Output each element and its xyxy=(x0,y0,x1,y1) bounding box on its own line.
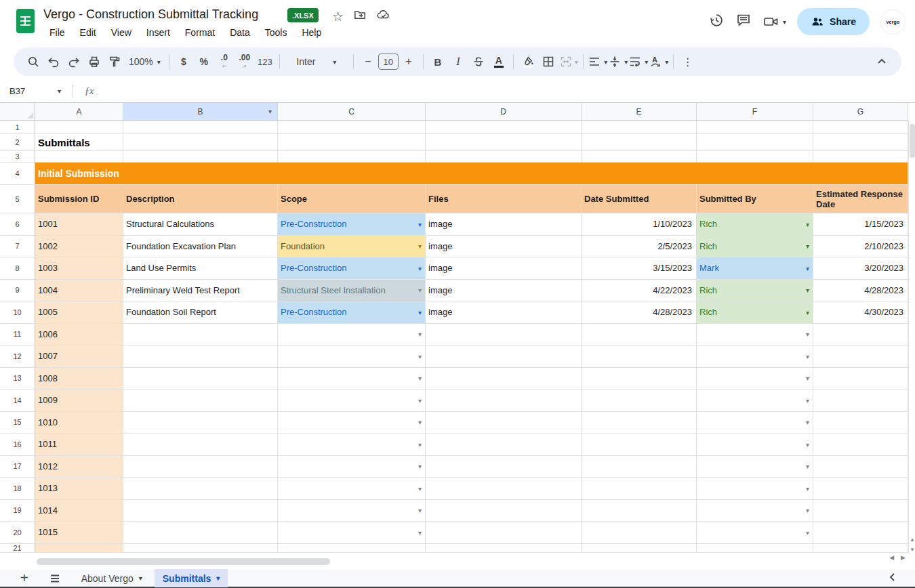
row-header-6[interactable]: 6 xyxy=(0,213,35,236)
date-submitted-cell[interactable] xyxy=(582,412,697,434)
borders-button[interactable] xyxy=(538,51,558,72)
star-icon[interactable]: ☆ xyxy=(332,9,344,24)
files-cell[interactable] xyxy=(426,390,582,412)
submission-id-cell[interactable]: 1003 xyxy=(35,257,123,280)
date-submitted-cell[interactable]: 4/22/2023 xyxy=(582,280,697,302)
row-header-14[interactable]: 14 xyxy=(0,390,35,412)
empty-cell[interactable] xyxy=(582,134,697,151)
dropdown-caret-icon[interactable]: ▾ xyxy=(418,352,422,360)
row-header-2[interactable]: 2 xyxy=(0,134,35,151)
dropdown-caret-icon[interactable]: ▾ xyxy=(418,507,422,514)
hide-menus-button[interactable] xyxy=(872,51,892,72)
empty-cell[interactable] xyxy=(278,134,426,151)
scope-dropdown-cell[interactable]: Pre-Construction▾ xyxy=(278,301,426,324)
scroll-up-icon[interactable]: ▲ xyxy=(910,537,915,543)
submission-id-cell[interactable]: 1014 xyxy=(35,500,123,522)
submission-id-cell[interactable]: 1002 xyxy=(35,236,123,258)
date-submitted-cell[interactable]: 1/10/2023 xyxy=(582,213,697,236)
date-submitted-cell[interactable] xyxy=(582,478,697,500)
horizontal-scrollbar-thumb[interactable] xyxy=(37,558,330,565)
date-submitted-cell[interactable] xyxy=(582,368,697,390)
dropdown-caret-icon[interactable]: ▾ xyxy=(418,331,422,338)
files-cell[interactable] xyxy=(426,434,582,456)
dropdown-caret-icon[interactable]: ▾ xyxy=(418,264,422,272)
select-all-corner[interactable] xyxy=(0,103,35,121)
increase-font-size-button[interactable]: + xyxy=(399,51,419,72)
merge-cells-button[interactable]: ▾ xyxy=(558,51,579,72)
dropdown-caret-icon[interactable]: ▾ xyxy=(806,419,809,426)
row-header-16[interactable]: 16 xyxy=(0,434,35,456)
estimated-response-cell[interactable]: 4/30/2023 xyxy=(813,301,908,324)
files-cell[interactable] xyxy=(426,522,582,544)
dropdown-caret-icon[interactable]: ▾ xyxy=(806,484,809,492)
files-cell[interactable]: image xyxy=(426,236,582,258)
font-select[interactable]: Inter ▾ xyxy=(284,51,349,72)
submission-id-cell[interactable]: 1011 xyxy=(35,434,123,456)
tab-about-vergo[interactable]: About Vergo▾ xyxy=(73,569,150,587)
estimated-response-cell[interactable]: 4/28/2023 xyxy=(813,280,908,302)
empty-cell[interactable] xyxy=(813,121,908,134)
dropdown-caret-icon[interactable]: ▾ xyxy=(806,287,809,294)
submitted-by-dropdown-cell[interactable]: ▾ xyxy=(697,368,813,390)
submission-id-cell[interactable]: 1004 xyxy=(35,280,123,302)
description-cell[interactable] xyxy=(123,324,278,346)
description-cell[interactable] xyxy=(123,390,278,412)
empty-cell[interactable] xyxy=(426,151,582,163)
dropdown-caret-icon[interactable]: ▾ xyxy=(806,463,809,470)
undo-icon[interactable] xyxy=(43,51,64,72)
empty-cell[interactable] xyxy=(278,121,426,134)
scope-dropdown-cell[interactable]: ▾ xyxy=(278,478,426,500)
submission-id-cell[interactable]: 1001 xyxy=(35,213,123,236)
submission-id-cell[interactable]: 1015 xyxy=(35,522,123,544)
move-folder-icon[interactable] xyxy=(353,8,367,24)
submitted-by-dropdown-cell[interactable]: Rich▾ xyxy=(697,236,813,258)
section-band-cell[interactable]: Initial Submission xyxy=(35,163,908,185)
description-cell[interactable] xyxy=(123,456,278,478)
scope-dropdown-cell[interactable]: ▾ xyxy=(278,434,426,456)
dropdown-caret-icon[interactable]: ▾ xyxy=(418,463,422,470)
text-rotation-button[interactable]: A ▾ xyxy=(649,51,669,72)
column-header-f[interactable]: F xyxy=(697,103,813,121)
fill-color-button[interactable] xyxy=(518,51,538,72)
date-submitted-cell[interactable] xyxy=(582,522,697,544)
date-submitted-cell[interactable] xyxy=(582,434,697,456)
dropdown-caret-icon[interactable]: ▾ xyxy=(806,264,809,272)
description-cell[interactable] xyxy=(123,478,278,500)
text-color-button[interactable]: A xyxy=(494,56,504,68)
scope-dropdown-cell[interactable]: Foundation▾ xyxy=(278,236,426,258)
submitted-by-dropdown-cell[interactable]: ▾ xyxy=(697,456,813,478)
header-cell-3[interactable]: Scope xyxy=(278,185,426,213)
row-header-17[interactable]: 17 xyxy=(0,456,35,478)
empty-cell[interactable] xyxy=(278,151,426,163)
scope-dropdown-cell[interactable]: ▾ xyxy=(278,324,426,346)
header-cell-1[interactable]: Submission ID xyxy=(35,185,123,213)
submitted-by-dropdown-cell[interactable]: ▾ xyxy=(697,412,813,434)
scroll-down-icon[interactable]: ▼ xyxy=(910,547,915,553)
header-cell-7[interactable]: Estimated Response Date xyxy=(813,185,908,213)
collapse-panel-icon[interactable] xyxy=(888,572,897,584)
submitted-by-dropdown-cell[interactable]: ▾ xyxy=(697,390,813,412)
submitted-by-dropdown-cell[interactable]: ▾ xyxy=(697,434,813,456)
header-cell-6[interactable]: Submitted By xyxy=(697,185,813,213)
submission-id-cell[interactable]: 1012 xyxy=(35,456,123,478)
empty-cell[interactable] xyxy=(813,544,908,553)
dropdown-caret-icon[interactable]: ▾ xyxy=(806,220,809,228)
dropdown-caret-icon[interactable]: ▾ xyxy=(806,375,809,382)
empty-cell[interactable] xyxy=(582,151,697,163)
date-submitted-cell[interactable]: 3/15/2023 xyxy=(582,257,697,280)
files-cell[interactable] xyxy=(426,345,582,368)
description-cell[interactable] xyxy=(123,345,278,368)
name-box[interactable]: B37 ▾ xyxy=(0,86,66,96)
scope-dropdown-cell[interactable]: Structural Steel Installation▾ xyxy=(278,280,426,302)
vertical-scrollbar[interactable]: ▲ ▼ xyxy=(908,121,915,554)
empty-cell[interactable] xyxy=(123,544,278,553)
font-size-input[interactable]: 10 xyxy=(378,54,399,70)
strikethrough-button[interactable] xyxy=(468,51,489,72)
decrease-decimal-button[interactable]: .0← xyxy=(214,51,235,72)
row-header-7[interactable]: 7 xyxy=(0,236,35,258)
row-header-18[interactable]: 18 xyxy=(0,478,35,500)
estimated-response-cell[interactable] xyxy=(813,412,908,434)
scope-dropdown-cell[interactable]: ▾ xyxy=(278,345,426,368)
zoom-select[interactable]: 100% ▾ xyxy=(125,51,165,72)
vertical-scrollbar-thumb[interactable] xyxy=(910,124,915,158)
